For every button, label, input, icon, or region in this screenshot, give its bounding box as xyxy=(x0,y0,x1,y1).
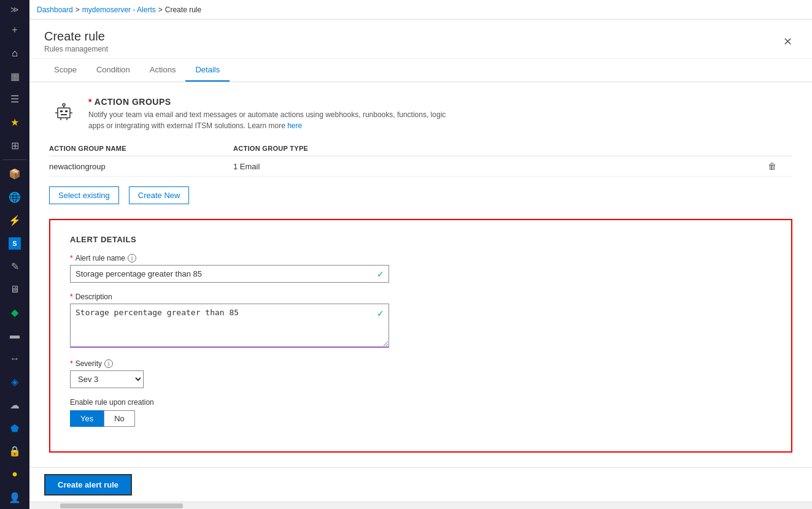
close-button[interactable]: ✕ xyxy=(778,33,797,51)
alert-rule-name-group: * Alert rule name i ✓ xyxy=(70,254,771,283)
menu-icon: ☰ xyxy=(10,93,19,105)
severity-info-icon: i xyxy=(104,359,113,368)
svg-rect-3 xyxy=(61,114,67,115)
description-label: * Description xyxy=(70,293,771,301)
action-groups-table: ACTION GROUP NAME ACTION GROUP TYPE newa… xyxy=(49,141,792,177)
panel-title-group: Create rule Rules management xyxy=(44,29,108,53)
tab-bar: Scope Condition Actions Details xyxy=(29,59,812,82)
description-textarea-wrapper: Storage percentage greater than 85 ✓ xyxy=(70,304,389,350)
action-groups-section: * ACTION GROUPS Notify your team via ema… xyxy=(29,82,812,219)
sidebar-item-shape[interactable]: ⬟ xyxy=(0,416,29,440)
monitor-icon: 🖥 xyxy=(10,284,20,295)
tab-condition[interactable]: Condition xyxy=(87,59,140,82)
action-groups-title: * ACTION GROUPS xyxy=(88,97,457,107)
sidebar-expand-button[interactable]: ≫ xyxy=(0,0,29,18)
sidebar-item-cloud[interactable]: ☁ xyxy=(0,394,29,417)
alert-rule-name-label: * Alert rule name i xyxy=(70,254,771,262)
horizontal-scrollbar-thumb[interactable] xyxy=(60,503,183,508)
table-header-type: ACTION GROUP TYPE xyxy=(233,145,768,152)
alert-rule-name-info-icon: i xyxy=(128,254,136,262)
alert-rule-name-check-icon: ✓ xyxy=(377,269,384,279)
lightning-icon: ⚡ xyxy=(9,215,21,226)
sidebar-item-monitor[interactable]: 🖥 xyxy=(0,278,29,301)
sidebar-item-favorites[interactable]: ★ xyxy=(0,111,29,134)
table-header-actions xyxy=(768,145,792,152)
create-new-button[interactable]: Create New xyxy=(129,186,190,204)
favorites-icon: ★ xyxy=(10,117,19,128)
sidebar-item-security[interactable]: 🔒 xyxy=(0,440,29,463)
sidebar-item-circle[interactable]: ● xyxy=(0,463,29,486)
shape-icon: ⬟ xyxy=(10,423,19,434)
table-header-name: ACTION GROUP NAME xyxy=(49,145,233,152)
network-icon: 🌐 xyxy=(9,191,21,203)
required-star: * xyxy=(88,97,95,107)
sidebar-item-home[interactable]: ⌂ xyxy=(0,42,29,65)
sidebar-item-lightning[interactable]: ⚡ xyxy=(0,209,29,232)
sql-icon: S xyxy=(9,237,21,250)
description-check-icon: ✓ xyxy=(377,308,384,318)
alert-details-section: ALERT DETAILS * Alert rule name i ✓ xyxy=(49,219,792,453)
recent-icon: 📦 xyxy=(9,168,21,180)
home-icon: ⌂ xyxy=(12,48,18,59)
sidebar-item-diamond[interactable]: ◆ xyxy=(0,301,29,324)
tab-actions[interactable]: Actions xyxy=(140,59,186,82)
svg-rect-2 xyxy=(65,110,68,112)
action-groups-header: * ACTION GROUPS Notify your team via ema… xyxy=(49,97,792,131)
table-header: ACTION GROUP NAME ACTION GROUP TYPE xyxy=(49,141,792,156)
sidebar-item-exchange[interactable]: ↔ xyxy=(0,347,29,370)
action-group-buttons: Select existing Create New xyxy=(49,186,792,204)
severity-label: * Severity i xyxy=(70,359,771,368)
alert-rule-name-input-wrapper: ✓ xyxy=(70,265,389,283)
horizontal-scrollbar[interactable] xyxy=(29,502,812,509)
sidebar-item-add[interactable]: + xyxy=(0,18,29,42)
lock-icon: 🔒 xyxy=(9,445,21,457)
breadcrumb-server-alerts[interactable]: mydemoserver - Alerts xyxy=(82,6,156,14)
svg-rect-1 xyxy=(60,110,63,112)
panel-scrollable-content[interactable]: * ACTION GROUPS Notify your team via ema… xyxy=(29,82,812,467)
create-alert-rule-button[interactable]: Create alert rule xyxy=(44,474,132,496)
description-textarea[interactable]: Storage percentage greater than 85 xyxy=(70,304,389,348)
sidebar-item-bar[interactable]: ▬ xyxy=(0,324,29,348)
action-group-delete[interactable]: 🗑 xyxy=(768,161,792,171)
enable-rule-yes-button[interactable]: Yes xyxy=(70,410,104,427)
action-group-type: 1 Email xyxy=(233,162,768,171)
description-group: * Description Storage percentage greater… xyxy=(70,293,771,350)
alert-rule-name-input[interactable] xyxy=(70,265,389,283)
sidebar-item-sql[interactable]: S xyxy=(0,232,29,255)
breadcrumb-current: Create rule xyxy=(165,6,201,14)
table-row: newactiongroup 1 Email 🗑 xyxy=(49,156,792,177)
diamond-icon: ◆ xyxy=(11,307,18,318)
expand-icon: ≫ xyxy=(10,5,19,14)
svg-rect-0 xyxy=(58,108,70,118)
sidebar-item-user[interactable]: 👤 xyxy=(0,486,29,509)
panel-subtitle: Rules management xyxy=(44,45,108,53)
tab-scope[interactable]: Scope xyxy=(44,59,87,82)
main-content: Dashboard > mydemoserver - Alerts > Crea… xyxy=(29,0,812,509)
learn-more-link[interactable]: here xyxy=(287,121,302,130)
sidebar-divider xyxy=(3,159,26,160)
sidebar-item-gem[interactable]: ◈ xyxy=(0,370,29,394)
top-bar: Dashboard > mydemoserver - Alerts > Crea… xyxy=(29,0,812,20)
sidebar-item-edit[interactable]: ✎ xyxy=(0,255,29,278)
action-groups-info: * ACTION GROUPS Notify your team via ema… xyxy=(88,97,457,131)
delete-action-group-button[interactable]: 🗑 xyxy=(768,161,776,171)
enable-rule-label: Enable rule upon creation xyxy=(70,398,771,407)
add-icon: + xyxy=(12,25,17,36)
sidebar-item-all-services[interactable]: ⊞ xyxy=(0,134,29,157)
sidebar-item-recent[interactable]: 📦 xyxy=(0,163,29,186)
sidebar-item-dashboard[interactable]: ▦ xyxy=(0,64,29,88)
tab-details[interactable]: Details xyxy=(185,59,230,82)
breadcrumb-sep1: > xyxy=(75,6,80,14)
user-icon: 👤 xyxy=(9,492,21,503)
sidebar-item-network[interactable]: 🌐 xyxy=(0,186,29,209)
gem-icon: ◈ xyxy=(11,376,18,388)
enable-rule-no-button[interactable]: No xyxy=(104,410,135,427)
panel: Create rule Rules management ✕ Scope Con… xyxy=(29,20,812,509)
robot-icon xyxy=(49,97,79,126)
select-existing-button[interactable]: Select existing xyxy=(49,186,119,204)
sidebar: ≫ + ⌂ ▦ ☰ ★ ⊞ 📦 🌐 ⚡ S ✎ 🖥 ◆ ▬ ↔ ◈ xyxy=(0,0,29,509)
severity-select[interactable]: Sev 0 Sev 1 Sev 2 Sev 3 Sev 4 xyxy=(70,370,144,388)
action-groups-desc: Notify your team via email and text mess… xyxy=(88,109,457,131)
breadcrumb-dashboard[interactable]: Dashboard xyxy=(37,6,73,14)
sidebar-item-menu[interactable]: ☰ xyxy=(0,88,29,111)
